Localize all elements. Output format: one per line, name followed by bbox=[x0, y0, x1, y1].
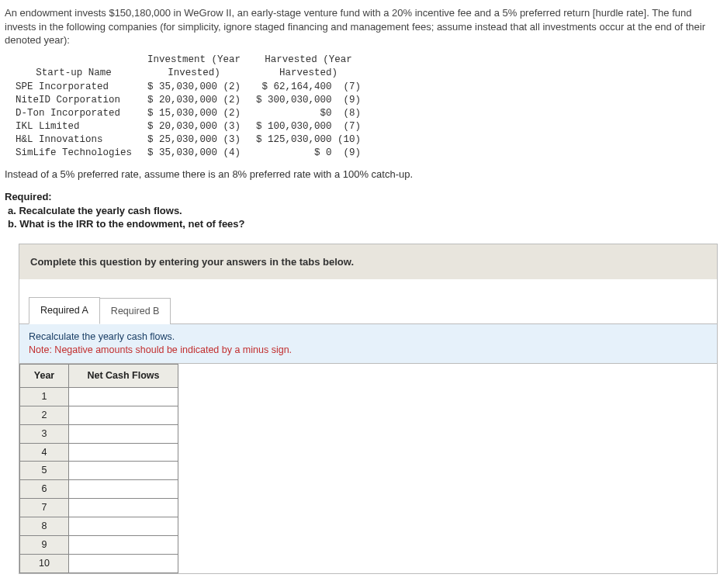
col-header-harvested: Harvested (Year Harvested) bbox=[248, 54, 369, 81]
net-cash-flow-cell bbox=[69, 424, 178, 443]
year-cell: 2 bbox=[20, 406, 69, 424]
net-cash-flow-cell bbox=[69, 406, 178, 424]
net-cash-flow-cell bbox=[69, 554, 178, 572]
year-cell: 8 bbox=[20, 517, 69, 536]
table-row: 4 bbox=[20, 443, 178, 462]
startup-name: D-Ton Incorporated bbox=[8, 107, 140, 120]
table-row: 6 bbox=[20, 480, 178, 499]
year-cell: 6 bbox=[20, 480, 69, 499]
table-row: H&L Innovations$ 25,030,000 (3)$ 125,030… bbox=[8, 133, 369, 147]
table-row: 7 bbox=[20, 499, 178, 517]
table-row: SimLife Technologies$ 35,030,000 (4)$ 0 … bbox=[8, 147, 369, 160]
year-cell: 3 bbox=[20, 424, 69, 443]
investment-cell: $ 25,030,000 (3) bbox=[140, 133, 248, 147]
col-header-name: Start-up Name bbox=[8, 54, 140, 81]
cashflow-table-wrap: Year Net Cash Flows 12345678910 bbox=[19, 364, 717, 573]
net-cash-flow-input[interactable] bbox=[69, 537, 178, 552]
answer-panel: Complete this question by entering your … bbox=[19, 244, 718, 574]
table-row: D-Ton Incorporated$ 15,030,000 (2)$0 (8) bbox=[8, 107, 369, 120]
net-cash-flow-cell bbox=[69, 535, 178, 554]
modifier-text: Instead of a 5% preferred rate, assume t… bbox=[5, 168, 722, 182]
required-b: b. What is the IRR to the endowment, net… bbox=[8, 218, 245, 230]
harvested-cell: $ 300,030,000 (9) bbox=[248, 94, 369, 107]
year-cell: 9 bbox=[20, 535, 69, 554]
net-cash-flow-cell bbox=[69, 443, 178, 462]
startup-name: H&L Innovations bbox=[8, 133, 140, 147]
cf-header-ncf: Net Cash Flows bbox=[69, 365, 178, 388]
startup-name: SimLife Technologies bbox=[8, 147, 140, 160]
startup-name: IKL Limited bbox=[8, 120, 140, 133]
instruction-bar: Complete this question by entering your … bbox=[19, 244, 717, 280]
net-cash-flow-cell bbox=[69, 499, 178, 517]
table-row: 9 bbox=[20, 535, 178, 554]
table-row: 1 bbox=[20, 387, 178, 406]
startup-name: NiteID Corporation bbox=[8, 94, 140, 107]
investment-cell: $ 20,030,000 (3) bbox=[140, 120, 248, 133]
table-row: 5 bbox=[20, 462, 178, 480]
startup-table-wrap: Start-up Name Investment (Year Invested)… bbox=[8, 54, 722, 160]
investment-cell: $ 35,030,000 (4) bbox=[140, 147, 248, 160]
year-cell: 10 bbox=[20, 554, 69, 572]
table-row: 8 bbox=[20, 517, 178, 536]
net-cash-flow-input[interactable] bbox=[69, 463, 178, 479]
net-cash-flow-input[interactable] bbox=[69, 500, 178, 516]
investment-cell: $ 15,030,000 (2) bbox=[140, 107, 248, 120]
net-cash-flow-cell bbox=[69, 462, 178, 480]
table-row: 3 bbox=[20, 424, 178, 443]
startup-table: Start-up Name Investment (Year Invested)… bbox=[8, 54, 369, 160]
tabs-row: Required A Required B bbox=[19, 279, 717, 323]
net-cash-flow-input[interactable] bbox=[69, 426, 178, 441]
year-cell: 5 bbox=[20, 462, 69, 480]
required-block: Required: a. Recalculate the yearly cash… bbox=[5, 190, 722, 231]
table-row: 10 bbox=[20, 554, 178, 572]
net-cash-flow-input[interactable] bbox=[69, 389, 178, 404]
prompt-note: Note: Negative amounts should be indicat… bbox=[29, 344, 292, 355]
required-b-text: b. What is the IRR to the endowment, net… bbox=[8, 218, 245, 230]
year-cell: 1 bbox=[20, 387, 69, 406]
harvested-cell: $ 125,030,000 (10) bbox=[248, 133, 369, 147]
harvested-cell: $ 62,164,400 (7) bbox=[248, 81, 369, 94]
prompt-strip: Recalculate the yearly cash flows. Note:… bbox=[19, 324, 717, 364]
startup-name: SPE Incorporated bbox=[8, 81, 140, 94]
harvested-cell: $ 0 (9) bbox=[248, 147, 369, 160]
investment-cell: $ 35,030,000 (2) bbox=[140, 81, 248, 94]
required-heading: Required: bbox=[5, 191, 52, 202]
intro-text: An endowment invests $150,180,000 in WeG… bbox=[5, 6, 722, 47]
col-header-investment: Investment (Year Invested) bbox=[140, 54, 248, 81]
harvested-cell: $ 100,030,000 (7) bbox=[248, 120, 369, 133]
required-a: a. Recalculate the yearly cash flows. bbox=[8, 205, 182, 216]
table-row: NiteID Corporation$ 20,030,000 (2)$ 300,… bbox=[8, 94, 369, 107]
year-cell: 4 bbox=[20, 443, 69, 462]
table-row: SPE Incorporated$ 35,030,000 (2)$ 62,164… bbox=[8, 81, 369, 94]
net-cash-flow-input[interactable] bbox=[69, 555, 178, 571]
net-cash-flow-input[interactable] bbox=[69, 444, 178, 460]
year-cell: 7 bbox=[20, 499, 69, 517]
net-cash-flow-input[interactable] bbox=[69, 518, 178, 534]
investment-cell: $ 20,030,000 (2) bbox=[140, 94, 248, 107]
net-cash-flow-input[interactable] bbox=[69, 482, 178, 497]
net-cash-flow-cell bbox=[69, 480, 178, 499]
tab-required-a[interactable]: Required A bbox=[29, 297, 100, 324]
harvested-cell: $0 (8) bbox=[248, 107, 369, 120]
cf-header-year: Year bbox=[20, 365, 69, 388]
table-row: IKL Limited$ 20,030,000 (3)$ 100,030,000… bbox=[8, 120, 369, 133]
prompt-line1: Recalculate the yearly cash flows. bbox=[29, 331, 175, 342]
net-cash-flow-input[interactable] bbox=[69, 407, 178, 423]
required-a-text: a. Recalculate the yearly cash flows. bbox=[8, 205, 182, 216]
cashflow-table: Year Net Cash Flows 12345678910 bbox=[19, 364, 178, 573]
tab-body: Recalculate the yearly cash flows. Note:… bbox=[19, 323, 717, 572]
net-cash-flow-cell bbox=[69, 517, 178, 536]
net-cash-flow-cell bbox=[69, 387, 178, 406]
tab-required-b[interactable]: Required B bbox=[99, 298, 171, 324]
table-row: 2 bbox=[20, 406, 178, 424]
